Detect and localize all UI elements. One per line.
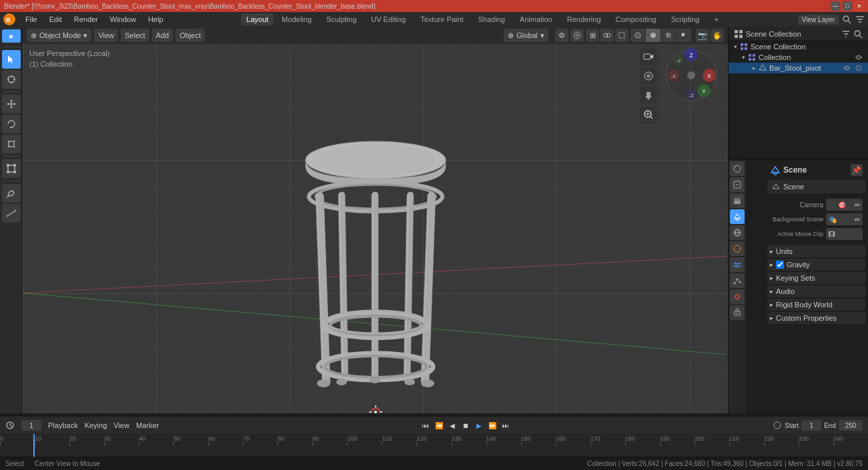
camera-value[interactable]: 🎯 ✏ [826, 199, 863, 211]
prop-tab-world[interactable] [730, 225, 745, 240]
outliner-search-icon[interactable] [853, 29, 863, 39]
tab-layout[interactable]: Layout [241, 13, 274, 25]
tab-sculpting[interactable]: Sculpting [320, 13, 363, 25]
outliner-scene-collection[interactable]: ▾ Scene Collection [729, 41, 868, 52]
tab-uv-editing[interactable]: UV Editing [364, 13, 412, 25]
rigid-body-world-section[interactable]: ▸ Rigid Body World [767, 299, 865, 311]
jump-start-button[interactable]: ⏮ [420, 419, 432, 431]
gravity-section[interactable]: ▸ Gravity [767, 259, 865, 271]
scene-props-pin[interactable]: 📌 [851, 164, 863, 176]
solid-shading-button[interactable] [646, 29, 661, 42]
jump-end-button[interactable]: ⏭ [500, 419, 512, 431]
navigation-gizmo[interactable]: X -X Y -Y Z -Z [661, 45, 721, 105]
tab-shading[interactable]: Shading [471, 13, 511, 25]
select-tool-button[interactable] [2, 50, 21, 69]
object-menu[interactable]: Object [175, 29, 205, 42]
render-visibility-icon[interactable] [855, 64, 863, 72]
transform-dropdown[interactable]: ⊕ Global ▾ [504, 29, 548, 42]
xray-button[interactable] [615, 29, 628, 42]
filter-icon[interactable] [855, 14, 865, 25]
select-menu[interactable]: Select [121, 29, 149, 42]
playback-label[interactable]: Playback [48, 421, 78, 429]
camera-view-button[interactable]: 📷 [696, 29, 709, 42]
timeline-ruler[interactable]: 0102030405060708090100110120130140150160… [0, 434, 868, 457]
keying-sets-section[interactable]: ▸ Keying Sets [767, 272, 865, 284]
transform-tool-button[interactable] [2, 159, 21, 178]
hand-tool-button[interactable]: 🖐 [711, 29, 724, 42]
menu-help[interactable]: Help [143, 14, 169, 25]
marker-dropdown-label[interactable]: Marker [136, 421, 159, 429]
stop-button[interactable]: ⏹ [460, 419, 472, 431]
rotate-tool-button[interactable] [2, 115, 21, 133]
prop-tab-modifiers[interactable] [730, 257, 745, 272]
cursor-tool-button[interactable] [2, 70, 21, 89]
outliner-filter-icon[interactable] [841, 29, 851, 39]
custom-properties-section[interactable]: ▸ Custom Properties [767, 312, 865, 324]
view-dropdown-label[interactable]: View [113, 421, 129, 429]
view-menu[interactable]: View [94, 29, 118, 42]
outliner-bar-stool-pivot[interactable]: ▸ Bar_Stool_pivot [729, 63, 868, 73]
wireframe-shading-button[interactable] [630, 29, 645, 42]
search-icon[interactable] [841, 14, 852, 25]
tab-animation[interactable]: Animation [513, 13, 559, 25]
viewport[interactable]: ⊕ Object Mode ▾ View Select Add Object ⊕… [23, 27, 728, 413]
gravity-checkbox[interactable] [776, 261, 784, 269]
material-shading-button[interactable] [661, 29, 676, 42]
prop-tab-scene[interactable] [730, 209, 745, 224]
tab-add[interactable]: + [707, 13, 725, 25]
visibility-icon[interactable] [855, 53, 863, 61]
frame-number-label: 220 [764, 435, 774, 442]
minimize-button[interactable]: ─ [831, 1, 840, 11]
menu-file[interactable]: File [20, 14, 43, 25]
movie-clip-value[interactable]: 🎞 [826, 228, 863, 240]
visibility-icon-2[interactable] [843, 64, 851, 72]
camera-viewport-button[interactable] [640, 48, 657, 65]
play-button[interactable]: ▶ [473, 419, 485, 431]
units-section[interactable]: ▸ Units [767, 245, 865, 257]
annotate-tool-button[interactable] [2, 184, 21, 203]
tab-compositing[interactable]: Compositing [609, 13, 663, 25]
prop-tab-particles[interactable] [730, 273, 745, 288]
scene-selector[interactable]: View Layer [798, 15, 839, 25]
step-forward-button[interactable]: ⏩ [486, 419, 498, 431]
maximize-button[interactable]: □ [843, 1, 852, 11]
render-viewport-button[interactable] [640, 67, 657, 85]
mode-icon[interactable]: ◉ [2, 29, 21, 43]
move-tool-button[interactable] [2, 95, 21, 113]
rendered-shading-button[interactable] [677, 29, 691, 42]
audio-section[interactable]: ▸ Audio [767, 285, 865, 297]
tab-scripting[interactable]: Scripting [665, 13, 707, 25]
start-frame-input[interactable]: 1 [801, 420, 821, 431]
show-gizmos-button[interactable]: ⊞ [586, 29, 599, 42]
keying-dropdown-label[interactable]: Keying [85, 421, 107, 429]
outliner-collection[interactable]: ▾ Collection [729, 52, 868, 63]
prop-tab-view-layer[interactable] [730, 193, 745, 208]
prop-tab-output[interactable] [730, 177, 745, 192]
prop-tab-render[interactable] [730, 161, 745, 176]
scale-tool-button[interactable] [2, 135, 21, 153]
add-menu[interactable]: Add [152, 29, 173, 42]
tab-modeling[interactable]: Modeling [275, 13, 318, 25]
pan-viewport-button[interactable] [640, 87, 657, 104]
current-frame-input[interactable]: 1 [21, 420, 41, 431]
prop-tab-physics[interactable] [730, 289, 745, 304]
menu-window[interactable]: Window [105, 14, 141, 25]
bg-scene-value[interactable]: 🎭 ✏ [826, 213, 863, 225]
zoom-viewport-button[interactable] [640, 106, 657, 123]
tab-rendering[interactable]: Rendering [560, 13, 608, 25]
step-back-button[interactable]: ⏪ [433, 419, 445, 431]
measure-tool-button[interactable] [2, 204, 21, 223]
prop-tab-object[interactable] [730, 241, 745, 256]
blender-logo-icon[interactable]: B [3, 13, 16, 26]
object-mode-dropdown[interactable]: ⊕ Object Mode ▾ [27, 29, 91, 42]
menu-edit[interactable]: Edit [44, 14, 67, 25]
proportional-button[interactable] [570, 29, 584, 42]
prop-tab-constraints[interactable] [730, 305, 745, 320]
snap-button[interactable] [555, 29, 568, 42]
menu-render[interactable]: Render [69, 14, 103, 25]
show-overlays-button[interactable] [600, 29, 614, 42]
end-frame-input[interactable]: 250 [839, 420, 863, 431]
play-reverse-button[interactable]: ◀ [446, 419, 458, 431]
tab-texture-paint[interactable]: Texture Paint [414, 13, 470, 25]
close-button[interactable]: ✕ [855, 1, 864, 11]
